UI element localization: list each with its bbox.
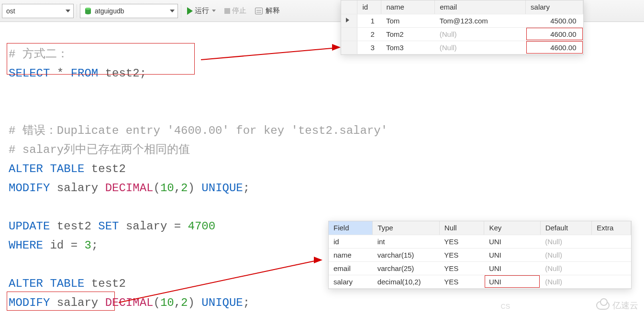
sql-comment: # 错误：Duplicate entry '4600.00' for key '… — [9, 124, 388, 137]
sql-comment: # 方式二： — [9, 48, 68, 61]
col-header-null[interactable]: Null — [439, 221, 484, 235]
sql-identifier: test2 — [91, 162, 126, 175]
sql-func: DECIMAL — [105, 296, 154, 309]
chevron-down-icon — [66, 10, 70, 12]
table-row[interactable]: email varchar(25) YES UNI (Null) — [329, 261, 631, 275]
table-row[interactable]: 1 Tom Tom@123.com 4500.00 — [341, 14, 583, 27]
sql-keyword: UNIQUE — [201, 182, 243, 195]
arrow-head-icon — [314, 257, 322, 263]
cell-null: YES — [439, 235, 484, 248]
chevron-down-icon — [170, 10, 175, 12]
sql-keyword: MODIFY — [9, 296, 50, 309]
cell-name: Tom — [381, 14, 435, 27]
sql-punct: = — [174, 220, 181, 233]
result-grid: id name email salary 1 Tom Tom@123.com 4… — [341, 0, 583, 54]
cell-type: varchar(15) — [373, 248, 440, 261]
col-header-field[interactable]: Field — [329, 221, 373, 235]
cell-field: name — [329, 248, 373, 261]
cell-default: (Null) — [540, 261, 592, 275]
table-row[interactable]: name varchar(15) YES UNI (Null) — [329, 248, 631, 261]
sql-comment: # salary列中已存在两个相同的值 — [9, 143, 190, 156]
sql-keyword: MODIFY — [9, 182, 50, 195]
col-header-email[interactable]: email — [435, 0, 526, 14]
cell-default: (Null) — [540, 248, 592, 261]
cell-key: UNI — [484, 261, 540, 275]
table-row[interactable]: 2 Tom2 (Null) 4600.00 — [341, 27, 583, 41]
chevron-down-icon — [212, 10, 216, 12]
table-row[interactable]: 3 Tom3 (Null) 4600.00 — [341, 41, 583, 54]
cs-watermark: CS — [501, 303, 510, 310]
col-header-type[interactable]: Type — [373, 221, 440, 235]
sql-identifier: id — [50, 239, 64, 252]
cell-type: varchar(25) — [373, 261, 440, 275]
sql-punct: ; — [243, 296, 250, 309]
col-header-default[interactable]: Default — [540, 221, 592, 235]
cell-extra — [592, 275, 631, 288]
sql-keyword: ALTER — [9, 162, 43, 175]
row-gutter-header — [341, 0, 357, 14]
cell-key: UNI — [484, 248, 540, 261]
row-gutter — [341, 41, 357, 54]
cell-field: id — [329, 235, 373, 248]
cell-key: UNI — [484, 275, 540, 288]
play-icon — [187, 7, 193, 15]
col-header-salary[interactable]: salary — [526, 0, 583, 14]
cell-name: Tom2 — [381, 27, 435, 41]
explain-label: 解释 — [266, 6, 280, 15]
sql-identifier: test2 — [91, 277, 126, 290]
explain-button[interactable]: 解释 — [252, 4, 283, 18]
sql-editor[interactable]: # 方式二： SELECT * FROM test2; # 错误：Duplica… — [9, 26, 339, 314]
cell-email: (Null) — [435, 41, 526, 54]
cell-type: int — [373, 235, 440, 248]
result-pane-desc: Field Type Null Key Default Extra id int… — [328, 221, 632, 289]
sql-keyword: UPDATE — [9, 220, 50, 233]
cell-email: Tom@123.com — [435, 14, 526, 27]
sql-keyword: SET — [98, 220, 119, 233]
sql-identifier: test2 — [57, 220, 91, 233]
sql-punct: ( — [153, 296, 160, 309]
row-pointer-icon — [346, 18, 349, 22]
stop-label: 停止 — [232, 6, 246, 15]
host-combobox[interactable]: ost — [2, 4, 74, 18]
sql-punct: ) — [188, 296, 195, 309]
sql-punct: , — [174, 182, 181, 195]
cell-default: (Null) — [540, 235, 592, 248]
sql-keyword: FROM — [71, 67, 99, 80]
sql-punct: ; — [243, 182, 250, 195]
sql-identifier: salary — [57, 182, 98, 195]
result-grid: Field Type Null Key Default Extra id int… — [329, 221, 631, 289]
sql-punct: = — [71, 239, 78, 252]
sql-number: 3 — [84, 239, 91, 252]
sql-keyword: ALTER — [9, 277, 43, 290]
cell-default: (Null) — [540, 275, 592, 288]
cell-type: decimal(10,2) — [373, 275, 440, 288]
sql-punct: ; — [140, 67, 146, 80]
sql-keyword: UNIQUE — [201, 296, 243, 309]
col-header-extra[interactable]: Extra — [592, 221, 631, 235]
stop-button[interactable]: 停止 — [222, 4, 249, 18]
sql-identifier: test2 — [105, 67, 140, 80]
col-header-key[interactable]: Key — [484, 221, 540, 235]
sql-func: DECIMAL — [105, 182, 154, 195]
table-row[interactable]: salary decimal(10,2) YES UNI (Null) — [329, 275, 631, 288]
sql-punct: ; — [91, 239, 98, 252]
database-combobox[interactable]: atguigudb — [80, 4, 178, 18]
cell-salary: 4500.00 — [526, 14, 583, 27]
cell-extra — [592, 261, 631, 275]
sql-identifier: salary — [57, 296, 98, 309]
run-button[interactable]: 运行 — [184, 4, 219, 18]
col-header-id[interactable]: id — [357, 0, 381, 14]
cell-null: YES — [439, 248, 484, 261]
cell-extra — [592, 235, 631, 248]
sql-keyword: TABLE — [50, 162, 84, 175]
table-row[interactable]: id int YES UNI (Null) — [329, 235, 631, 248]
col-header-name[interactable]: name — [381, 0, 435, 14]
cell-field: email — [329, 261, 373, 275]
row-gutter — [341, 14, 357, 27]
cell-email: (Null) — [435, 27, 526, 41]
host-value: ost — [6, 7, 15, 15]
sql-identifier: salary — [126, 220, 167, 233]
sql-number: 10 — [160, 296, 174, 309]
stop-icon — [224, 8, 230, 14]
table-header-row: Field Type Null Key Default Extra — [329, 221, 631, 235]
